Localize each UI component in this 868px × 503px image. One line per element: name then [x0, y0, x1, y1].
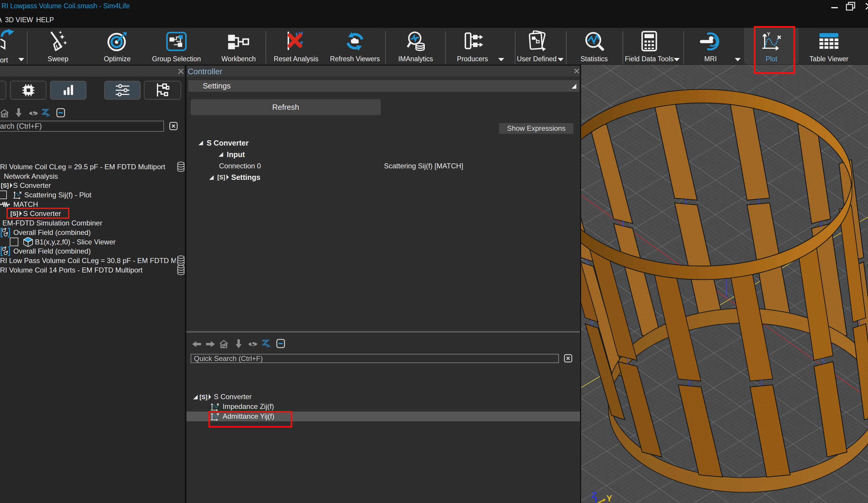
svg-text:[S]: [S] [199, 394, 207, 400]
svg-text:[S]: [S] [217, 174, 225, 180]
svg-text:[S]: [S] [1, 182, 9, 189]
svg-text:Y: Y [606, 493, 612, 503]
